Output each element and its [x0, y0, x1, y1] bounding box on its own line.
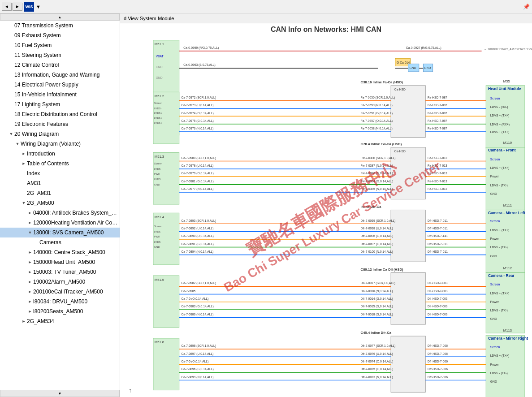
svg-text:DII-7-0014 (G,0.14,ALL): DII-7-0014 (G,0.14,ALL)	[361, 297, 393, 301]
svg-text:Dfr-7-0098 (U,0.14,ALL): Dfr-7-0098 (U,0.14,ALL)	[361, 227, 393, 230]
sidebar-item-2gam500[interactable]: ▼2G_AM500	[0, 198, 120, 208]
sidebar-label-13: 13 Information, Gauge and Warning	[14, 72, 118, 78]
svg-text:Inline Dfr-Ca: Inline Dfr-Ca	[361, 205, 382, 209]
sidebar-item-07[interactable]: 07 Transmission System	[0, 21, 120, 30]
sidebar-item-14000[interactable]: ►140000: Centre Stack_AM500	[0, 247, 120, 257]
sidebar-item-04000[interactable]: ►04000l: Antilock Brakes System_AM500 Di…	[0, 208, 120, 218]
svg-text:GND: GND	[410, 66, 416, 69]
svg-rect-8	[153, 276, 179, 328]
svg-text:Screen: Screen	[154, 102, 162, 104]
sidebar-item-18[interactable]: 18 Electric Distribution and Control	[0, 109, 120, 119]
svg-text:M51.5: M51.5	[155, 278, 164, 282]
sidebar-item-10[interactable]: 10 Fuel System	[0, 40, 120, 50]
diagram-content[interactable]: M51.1 M51.2 M51.3 M51.4 M51.5 M51.6	[120, 36, 532, 397]
sidebar-item-l8003[interactable]: ►l80034: DRVU_AM500	[0, 297, 120, 306]
tree-arrow-20: ▼	[8, 131, 14, 137]
svg-text:Fa-HSD-7-013: Fa-HSD-7-013	[428, 172, 447, 175]
sidebar-scroll-up[interactable]: ▲	[0, 13, 120, 21]
sidebar-label-07: 07 Transmission System	[14, 22, 118, 29]
svg-text:LDVS + (TX+): LDVS + (TX+)	[490, 166, 509, 170]
sidebar-item-20[interactable]: ▼20 Wiring Diagram	[0, 129, 120, 139]
svg-text:Fa-HSD-7-087: Fa-HSD-7-087	[428, 104, 447, 107]
sidebar-item-19[interactable]: 19 Electronic Features	[0, 119, 120, 129]
sidebar-label-index: Index	[27, 170, 118, 177]
svg-text:Fa-7-0659 (N,0.14,ALL): Fa-7-0659 (N,0.14,ALL)	[361, 104, 393, 107]
diagram-area: d View System-Module CAN Info on Network…	[120, 13, 532, 397]
svg-text:DII-HSD-7-003: DII-HSD-7-003	[428, 297, 448, 300]
svg-text:Fw-7-0387 (N,0.14,ALL): Fw-7-0387 (N,0.14,ALL)	[361, 164, 393, 168]
svg-text:Ca-7-0896 (G,0.14,ALL): Ca-7-0896 (G,0.14,ALL)	[182, 367, 214, 371]
sidebar-item-15[interactable]: 15 In-Vehicle Infotainment	[0, 90, 120, 99]
svg-text:LVDS+: LVDS+	[154, 117, 163, 119]
sidebar-item-14[interactable]: 14 Electrical Power Supply	[0, 80, 120, 90]
svg-text:Fa-HSD-7-013: Fa-HSD-7-013	[428, 164, 447, 167]
sidebar-label-toc: Table of Contents	[27, 160, 118, 167]
tree-arrow-wdv: ▼	[14, 141, 21, 147]
view-dropdown[interactable]: ▼	[36, 4, 41, 9]
svg-text:Ca-HSD: Ca-HSD	[394, 150, 406, 153]
svg-text:DII-HSD-7-003: DII-HSD-7-003	[428, 305, 448, 308]
sidebar-item-12[interactable]: 12 Climate Control	[0, 60, 120, 70]
svg-text:Ca-7-0983 (G,0.14,ALL): Ca-7-0983 (G,0.14,ALL)	[182, 305, 214, 308]
sidebar-item-12000[interactable]: ►120000Heating Ventilation Air Condition…	[0, 218, 120, 228]
svg-text:DII-HSD-7-003: DII-HSD-7-003	[428, 281, 448, 285]
sidebar-label-12: 12 Climate Control	[14, 62, 118, 68]
svg-text:M51.2: M51.2	[155, 94, 164, 98]
svg-rect-137	[391, 272, 425, 324]
sidebar-item-2gam534[interactable]: ►2G_AM534	[0, 316, 120, 326]
sidebar-label-15003: 150003: TV Tuner_AM500	[33, 269, 118, 275]
sidebar-item-cameras[interactable]: Cameras	[0, 237, 120, 247]
svg-text:LDVS - (TX-): LDVS - (TX-)	[490, 309, 508, 312]
toolbar: ◄ ► WIS ▼ 📌	[0, 0, 532, 13]
pin-button[interactable]: 📌	[522, 3, 530, 11]
sidebar-item-15003[interactable]: ►150003: TV Tuner_AM500	[0, 267, 120, 277]
sidebar-item-15000[interactable]: ►150000Head Unit_AM500	[0, 257, 120, 267]
sidebar-scroll-down[interactable]: ▼	[0, 390, 120, 397]
forward-button[interactable]: ►	[13, 3, 22, 11]
svg-text:Ca-7-0982 (SCR,1.0,ALL): Ca-7-0982 (SCR,1.0,ALL)	[182, 281, 216, 285]
sidebar-item-intro[interactable]: ►Introduction	[0, 149, 120, 159]
svg-text:M51.6: M51.6	[155, 340, 164, 344]
breadcrumb: d View System-Module	[120, 13, 532, 23]
svg-text:Dfr-7-0077 (SCR,1.0,ALL): Dfr-7-0077 (SCR,1.0,ALL)	[361, 344, 396, 348]
svg-text:Fa-HSD-7-087: Fa-HSD-7-087	[428, 127, 447, 130]
svg-text:Dfr-HSD-7-011: Dfr-HSD-7-011	[428, 219, 448, 222]
sidebar-item-13000[interactable]: ▼13000l: SVS Camera_AM500	[0, 228, 120, 237]
sidebar-item-2gam31[interactable]: 2G_AM31	[0, 188, 120, 198]
sidebar-label-2gam31: 2G_AM31	[27, 190, 118, 196]
svg-text:GND: GND	[490, 255, 497, 258]
svg-text:M113: M113	[503, 328, 512, 332]
back-button[interactable]: ◄	[2, 3, 12, 11]
sidebar-item-wdv[interactable]: ▼Wiring Diagram (Volante)	[0, 139, 120, 149]
sidebar-label-18: 18 Electric Distribution and Control	[14, 111, 118, 117]
sidebar-item-toc[interactable]: ►Table of Contents	[0, 159, 120, 168]
svg-text:Dfr-HSD-7-006: Dfr-HSD-7-006	[428, 344, 448, 347]
sidebar-item-13[interactable]: 13 Information, Gauge and Warning	[0, 70, 120, 80]
svg-text:M51.3: M51.3	[155, 155, 164, 159]
sidebar-item-11[interactable]: 11 Steering System	[0, 50, 120, 60]
svg-text:Dfr-HSD-7-006: Dfr-HSD-7-006	[428, 367, 448, 371]
svg-text:Fa-7-0657 (O,0.14,ALL): Fa-7-0657 (O,0.14,ALL)	[361, 119, 393, 123]
sidebar-label-13000: 13000l: SVS Camera_AM500	[33, 229, 118, 236]
nav-arrows: ◄ ►	[2, 3, 22, 11]
svg-rect-68	[486, 147, 525, 210]
sidebar-tree[interactable]: 07 Transmission System09 Exhaust System1…	[0, 21, 120, 390]
svg-text:LDVS + (TX+): LDVS + (TX+)	[490, 114, 509, 117]
svg-text:LDVS - (RX-): LDVS - (RX-)	[490, 105, 508, 109]
sidebar-item-19000[interactable]: ►190002Alarm_AM500	[0, 277, 120, 287]
svg-text:Ca-7-0977 (N,0.14,ALL): Ca-7-0977 (N,0.14,ALL)	[182, 187, 214, 191]
svg-text:Dfr-7-0096 (O,0.14,ALL): Dfr-7-0096 (O,0.14,ALL)	[361, 234, 394, 238]
svg-text:Ca-7-0980 (SCR,1.0,ALL): Ca-7-0980 (SCR,1.0,ALL)	[182, 156, 216, 160]
svg-text:Ca-0-0963 (B,0.75,ALL): Ca-0-0963 (B,0.75,ALL)	[183, 63, 216, 67]
sidebar-item-09[interactable]: 09 Exhaust System	[0, 30, 120, 40]
sidebar-item-17[interactable]: 17 Lighting System	[0, 99, 120, 109]
svg-text:LVDS: LVDS	[154, 230, 161, 233]
sidebar-label-15: 15 In-Vehicle Infotainment	[14, 91, 118, 98]
sidebar-item-index[interactable]: Index	[0, 168, 120, 178]
svg-rect-66	[391, 147, 425, 199]
sidebar-item-20010[interactable]: ►200100eCal lTracker_AM500	[0, 287, 120, 297]
svg-text:M110: M110	[503, 141, 512, 145]
sidebar-item-am31[interactable]: AM31	[0, 178, 120, 188]
sidebar-item-l8020[interactable]: ►l80200Seats_AM500	[0, 306, 120, 316]
sidebar-label-wdv: Wiring Diagram (Volante)	[21, 141, 118, 147]
